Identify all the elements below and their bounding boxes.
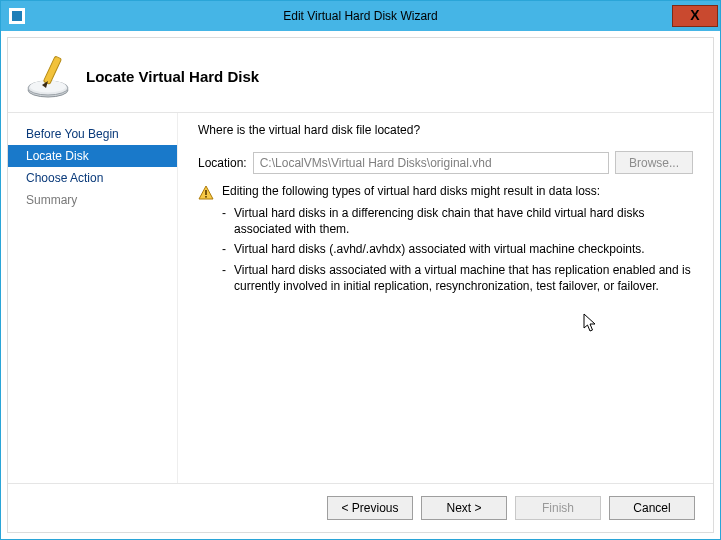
- wizard-body: Locate Virtual Hard Disk Before You Begi…: [7, 37, 714, 533]
- sidebar-item-choose-action[interactable]: Choose Action: [8, 167, 177, 189]
- wizard-content-area: Before You Begin Locate Disk Choose Acti…: [8, 113, 713, 483]
- window-title: Edit Virtual Hard Disk Wizard: [1, 9, 720, 23]
- sidebar-item-locate-disk[interactable]: Locate Disk: [8, 145, 177, 167]
- warning-item: Virtual hard disks associated with a vir…: [222, 260, 693, 296]
- main-content: Where is the virtual hard disk file loca…: [178, 113, 713, 483]
- wizard-window: Edit Virtual Hard Disk Wizard X Locate V…: [0, 0, 721, 540]
- close-button[interactable]: X: [672, 5, 718, 27]
- next-button[interactable]: Next >: [421, 496, 507, 520]
- location-row: Location: Browse...: [198, 151, 693, 174]
- cancel-button[interactable]: Cancel: [609, 496, 695, 520]
- sidebar-item-label: Choose Action: [26, 171, 103, 185]
- sidebar-item-before-you-begin[interactable]: Before You Begin: [8, 123, 177, 145]
- wizard-footer: < Previous Next > Finish Cancel: [8, 483, 713, 532]
- warning-intro-text: Editing the following types of virtual h…: [222, 184, 600, 198]
- warning-row: Editing the following types of virtual h…: [198, 184, 693, 201]
- svg-rect-3: [43, 56, 61, 84]
- warning-item: Virtual hard disks in a differencing dis…: [222, 203, 693, 239]
- wizard-header: Locate Virtual Hard Disk: [8, 38, 713, 113]
- app-icon: [9, 8, 25, 24]
- steps-sidebar: Before You Begin Locate Disk Choose Acti…: [8, 113, 178, 483]
- sidebar-item-label: Summary: [26, 193, 77, 207]
- titlebar: Edit Virtual Hard Disk Wizard X: [1, 1, 720, 31]
- warning-item: Virtual hard disks (.avhd/.avhdx) associ…: [222, 239, 693, 259]
- location-input[interactable]: [253, 152, 609, 174]
- svg-rect-7: [205, 196, 207, 198]
- warning-list: Virtual hard disks in a differencing dis…: [198, 203, 693, 296]
- svg-rect-6: [205, 190, 207, 195]
- sidebar-item-summary[interactable]: Summary: [8, 189, 177, 211]
- pencil-disk-icon: [26, 52, 74, 100]
- question-text: Where is the virtual hard disk file loca…: [198, 123, 693, 137]
- location-label: Location:: [198, 156, 247, 170]
- browse-button[interactable]: Browse...: [615, 151, 693, 174]
- page-title: Locate Virtual Hard Disk: [86, 68, 259, 85]
- sidebar-item-label: Locate Disk: [26, 149, 89, 163]
- finish-button[interactable]: Finish: [515, 496, 601, 520]
- sidebar-item-label: Before You Begin: [26, 127, 119, 141]
- previous-button[interactable]: < Previous: [327, 496, 413, 520]
- warning-icon: [198, 185, 214, 201]
